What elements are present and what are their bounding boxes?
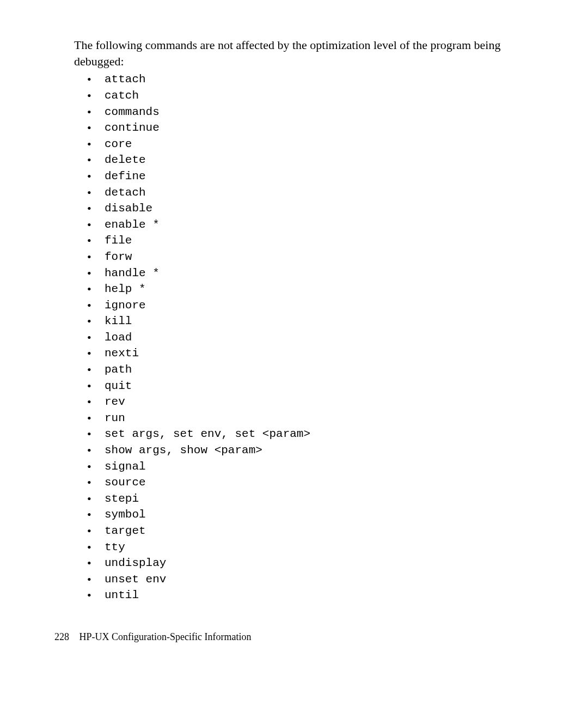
list-item: continue — [87, 120, 536, 136]
list-item: detach — [87, 185, 536, 201]
list-item: core — [87, 136, 536, 153]
list-item: run — [87, 410, 536, 427]
list-item: show args, show <param> — [87, 442, 536, 459]
list-item: stepi — [87, 491, 536, 507]
list-item: handle * — [87, 265, 536, 282]
list-item: help * — [87, 281, 536, 297]
list-item: rev — [87, 394, 536, 410]
list-item: commands — [87, 104, 536, 120]
list-item: delete — [87, 152, 536, 168]
list-item: ignore — [87, 297, 536, 314]
list-item: until — [87, 587, 536, 604]
list-item: tty — [87, 539, 536, 556]
list-item: unset env — [87, 571, 536, 588]
list-item: file — [87, 233, 536, 249]
list-item: enable * — [87, 217, 536, 233]
list-item: set args, set env, set <param> — [87, 426, 536, 442]
list-item: quit — [87, 378, 536, 394]
page-footer: 228 HP-UX Configuration-Specific Informa… — [54, 631, 251, 643]
section-title: HP-UX Configuration-Specific Information — [79, 631, 252, 642]
list-item: disable — [87, 200, 536, 217]
list-item: kill — [87, 313, 536, 330]
list-item: signal — [87, 459, 536, 475]
page-number: 228 — [54, 631, 69, 643]
list-item: nexti — [87, 345, 536, 362]
intro-paragraph: The following commands are not affected … — [74, 37, 536, 69]
command-list: attach catch commands continue core dele… — [74, 71, 536, 604]
list-item: attach — [87, 71, 536, 88]
list-item: target — [87, 523, 536, 539]
list-item: undisplay — [87, 555, 536, 571]
list-item: path — [87, 362, 536, 378]
list-item: forw — [87, 249, 536, 265]
document-page: The following commands are not affected … — [0, 0, 588, 706]
list-item: source — [87, 474, 536, 491]
list-item: catch — [87, 88, 536, 104]
list-item: load — [87, 330, 536, 346]
list-item: define — [87, 168, 536, 185]
list-item: symbol — [87, 507, 536, 523]
